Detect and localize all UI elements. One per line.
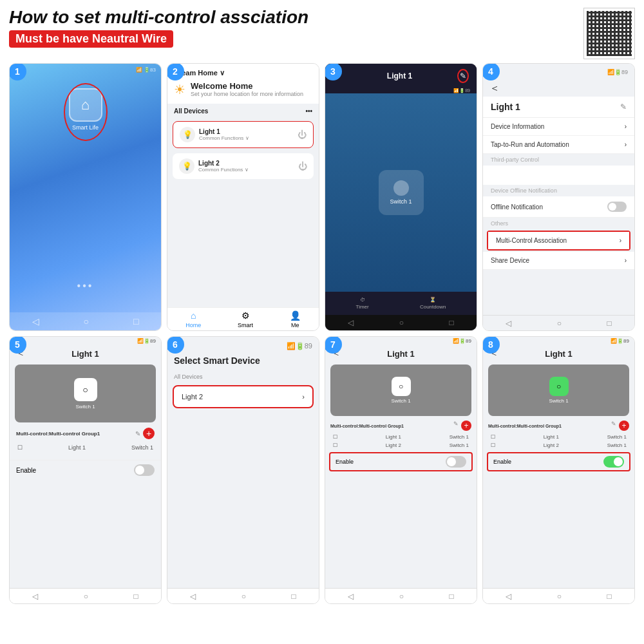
p6-device-card[interactable]: Light 2 › — [173, 385, 314, 408]
add-btn-7[interactable]: + — [461, 421, 471, 431]
third-party-space — [483, 166, 634, 185]
phone-cell-3: 3 ← Light 1 ✎ 📶🔋89 Switch 1 ⏱ — [325, 63, 477, 331]
power-btn-2[interactable]: ⏻ — [298, 161, 307, 171]
others-label: Others — [483, 218, 634, 229]
edit-icon-8[interactable]: ✎ — [611, 421, 616, 431]
phone-cell-1: 1 📶 🔋83 Smart Life ••• ◁ ○ □ — [9, 63, 162, 331]
enable-toggle-7[interactable] — [446, 456, 466, 468]
edit-icon-5[interactable]: ✎ — [135, 430, 140, 437]
device-icon-2: 💡 — [179, 158, 194, 174]
nav-back-8[interactable]: ◁ — [506, 592, 511, 601]
p6-nav: ◁ ○ □ — [167, 588, 319, 603]
device-info-2: 💡 Light 2 Common Functions ∨ — [179, 158, 249, 174]
nav-sq-3[interactable]: □ — [450, 318, 454, 327]
device-icon-1: 💡 — [180, 127, 195, 142]
qr-inner — [587, 11, 632, 56]
chevron-right-4: › — [625, 257, 627, 264]
offline-notif-item[interactable]: Offline Notification — [483, 196, 634, 218]
nav-sq-7[interactable]: □ — [450, 592, 454, 601]
nav-home[interactable]: ⌂ Home — [185, 310, 201, 328]
nav-back-5[interactable]: ◁ — [32, 592, 38, 601]
switch-icon — [393, 180, 409, 196]
device-pair-2-8: ☐ Light 2 Switch 1 — [483, 441, 634, 450]
back-btn-4[interactable]: ＜ — [489, 82, 500, 93]
sun-icon: ☀ — [174, 82, 185, 97]
edit-icon-7[interactable]: ✎ — [453, 421, 459, 431]
welcome-heading: Welcome Home — [191, 81, 303, 91]
nav-home-6[interactable]: ○ — [242, 592, 246, 601]
timer-icon: ⏱ — [360, 297, 365, 303]
phone7-bg: 📶🔋89 ＜ Light 1 ○ Switch 1 Multi-control:… — [325, 337, 477, 603]
offline-toggle[interactable] — [607, 202, 627, 212]
page-wrapper: How to set multi-control assciation Must… — [0, 0, 644, 644]
device-card-2[interactable]: 💡 Light 2 Common Functions ∨ ⏻ — [173, 153, 314, 179]
welcome-text: Welcome Home Set your home location for … — [191, 81, 303, 97]
device-info-1: 💡 Light 1 Common Functions ∨ — [180, 127, 249, 142]
nav-sq-5[interactable]: □ — [134, 592, 138, 601]
device-details-2: Light 2 Common Functions ∨ — [198, 160, 249, 173]
p5-nav: ◁ ○ □ — [10, 588, 161, 603]
p6-section: All Devices — [167, 371, 319, 383]
multi-ctrl-row-8: Multi-control:Multi-control Group1 ✎ + — [483, 419, 634, 433]
nav-home-5[interactable]: ○ — [84, 592, 88, 601]
smart-life-wrapper: Smart Life — [69, 88, 102, 131]
multi-ctrl-row-7: Multi-control:Multi-control Group1 ✎ + — [325, 419, 477, 433]
device-info-item[interactable]: Device Information › — [483, 118, 634, 136]
p4-back-row: ＜ — [483, 80, 634, 97]
nav-back-3[interactable]: ◁ — [348, 318, 354, 327]
p4-statusbar: 📶🔋89 — [607, 69, 628, 75]
p2-header: Dream Home ∨ ☀ Welcome Home Set your hom… — [167, 64, 319, 104]
nav-smart[interactable]: ⚙ Smart — [238, 310, 253, 328]
smart-life-icon[interactable] — [69, 88, 102, 122]
smart-icon: ⚙ — [242, 310, 250, 321]
switch-btn-8[interactable]: ○ — [549, 377, 569, 396]
spacer5c — [10, 480, 161, 588]
chevron-right-6: › — [302, 393, 305, 401]
nav-back-4[interactable]: ◁ — [506, 319, 511, 328]
timer-item[interactable]: ⏱ Timer — [356, 297, 369, 310]
nav-me[interactable]: 👤 Me — [290, 310, 301, 328]
nav-sq-6[interactable]: □ — [292, 592, 296, 601]
add-btn-8[interactable]: + — [619, 421, 629, 431]
edit-icon[interactable]: ✎ — [457, 69, 469, 83]
add-btn-5[interactable]: + — [143, 428, 155, 439]
p4-nav: ◁ ○ □ — [483, 315, 634, 330]
device-pair-2-7: ☐ Light 2 Switch 1 — [325, 441, 477, 450]
dream-home-label[interactable]: Dream Home ∨ — [174, 69, 312, 77]
chevron-right-1: › — [625, 123, 627, 130]
chevron-right-2: › — [625, 141, 627, 148]
device-card-1[interactable]: 💡 Light 1 Common Functions ∨ ⏻ — [173, 121, 314, 148]
nav-home-8[interactable]: ○ — [557, 592, 562, 601]
phone2-bg: Dream Home ∨ ☀ Welcome Home Set your hom… — [167, 64, 319, 330]
phone1-bg: 📶 🔋83 Smart Life ••• ◁ ○ □ — [10, 64, 161, 330]
phone1-nav: ◁ ○ □ — [10, 312, 161, 330]
phone1-dots: ••• — [10, 280, 161, 292]
nav-square: □ — [133, 316, 138, 327]
switch-card[interactable]: Switch 1 — [379, 170, 424, 215]
nav-sq-8[interactable]: □ — [607, 592, 612, 601]
phones-grid: 1 📶 🔋83 Smart Life ••• ◁ ○ □ — [9, 63, 635, 604]
nav-home: ○ — [84, 316, 89, 327]
nav-sq-4[interactable]: □ — [607, 319, 612, 328]
p8-header: ＜ Light 1 — [483, 345, 634, 362]
device-pair-1-8: ☐ Light 1 Switch 1 — [483, 433, 634, 441]
power-btn-1[interactable]: ⏻ — [298, 129, 307, 140]
more-icon[interactable]: ••• — [305, 108, 312, 115]
countdown-item[interactable]: ⏳ Countdown — [420, 297, 446, 310]
countdown-icon: ⏳ — [430, 297, 436, 303]
share-device-item[interactable]: Share Device › — [483, 252, 634, 270]
nav-back-6[interactable]: ◁ — [190, 592, 196, 601]
enable-toggle-8[interactable] — [603, 456, 624, 468]
nav-back-7[interactable]: ◁ — [348, 592, 354, 601]
nav-home-7[interactable]: ○ — [399, 592, 404, 601]
switch-btn-5[interactable]: ○ — [74, 378, 97, 401]
edit-btn-4[interactable]: ✎ — [620, 102, 627, 111]
multi-control-item[interactable]: Multi-Control Association › — [488, 232, 629, 249]
nav-home-3[interactable]: ○ — [399, 318, 404, 327]
switch-btn-7[interactable]: ○ — [392, 377, 411, 396]
spacer5b — [10, 453, 161, 457]
tap-to-run-item[interactable]: Tap-to-Run and Automation › — [483, 136, 634, 154]
title-row: How to set multi-control assciation Must… — [9, 8, 635, 59]
nav-home-4[interactable]: ○ — [557, 319, 562, 328]
enable-toggle-5[interactable] — [134, 464, 155, 476]
